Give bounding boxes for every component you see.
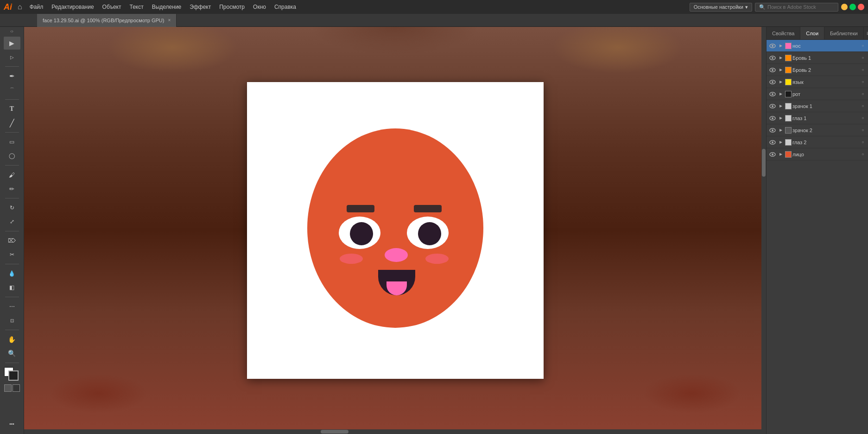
- pen-tool[interactable]: ✒: [4, 70, 20, 83]
- layer-lock-button[interactable]: ○: [860, 103, 866, 109]
- screen-mode-normal[interactable]: [4, 384, 12, 392]
- layer-visibility-toggle[interactable]: [768, 42, 777, 50]
- tab-layers[interactable]: Слои: [800, 27, 824, 39]
- search-box[interactable]: 🔍 Поиск в Adobe Stock: [755, 3, 838, 12]
- eyedropper-tool[interactable]: 💧: [4, 267, 20, 280]
- horizontal-scrollbar[interactable]: [24, 429, 766, 434]
- pencil-tool[interactable]: ✏: [4, 182, 20, 195]
- layer-expand-button[interactable]: ▶: [778, 91, 784, 97]
- fill-stroke-selector[interactable]: [4, 367, 20, 382]
- layer-name: зрачок 1: [792, 103, 859, 109]
- layer-lock-button[interactable]: ○: [860, 127, 866, 134]
- svg-point-9: [772, 93, 773, 95]
- layer-visibility-toggle[interactable]: [768, 138, 777, 147]
- screen-mode-full[interactable]: [13, 384, 20, 392]
- tab-libraries[interactable]: Библиотеки: [824, 27, 864, 39]
- menu-view[interactable]: Просмотр: [215, 3, 248, 11]
- layer-visibility-toggle[interactable]: [768, 66, 777, 74]
- maximize-button[interactable]: [849, 4, 856, 10]
- layer-name: нос: [792, 43, 859, 49]
- layer-row[interactable]: ▶ зрачок 2 ○: [767, 124, 868, 136]
- layer-visibility-toggle[interactable]: [768, 150, 777, 159]
- layer-lock-button[interactable]: ○: [860, 67, 866, 73]
- layer-expand-button[interactable]: ▶: [778, 43, 784, 49]
- menu-edit[interactable]: Редактирование: [48, 3, 97, 11]
- layer-lock-button[interactable]: ○: [860, 91, 866, 97]
- menu-select[interactable]: Выделение: [148, 3, 185, 11]
- layer-visibility-toggle[interactable]: [768, 102, 777, 110]
- layer-color-swatch: [785, 43, 792, 49]
- curvature-tool[interactable]: ⌒: [4, 83, 20, 96]
- layer-visibility-toggle[interactable]: [768, 78, 777, 86]
- svg-point-11: [772, 105, 773, 107]
- layer-row[interactable]: ▶ зрачок 1 ○: [767, 100, 868, 112]
- rectangle-tool[interactable]: ▭: [4, 135, 20, 148]
- layer-row[interactable]: ▶ нос ○: [767, 40, 868, 52]
- menu-window[interactable]: Окно: [249, 3, 270, 11]
- eyebrow-right: [414, 205, 442, 212]
- vertical-scrollbar-thumb[interactable]: [762, 149, 766, 177]
- layer-visibility-toggle[interactable]: [768, 114, 777, 122]
- layer-lock-button[interactable]: ○: [860, 151, 866, 158]
- layer-expand-button[interactable]: ▶: [778, 115, 784, 121]
- scissors-tool[interactable]: ✂: [4, 248, 20, 261]
- blend-tool[interactable]: ⋯: [4, 300, 20, 313]
- type-tool[interactable]: T: [4, 102, 20, 115]
- tab-properties[interactable]: Свойства: [767, 27, 800, 39]
- layer-lock-button[interactable]: ○: [860, 55, 866, 61]
- paintbrush-tool[interactable]: 🖌: [4, 168, 20, 181]
- menu-effect[interactable]: Эффект: [186, 3, 215, 11]
- document-tab-close[interactable]: ×: [168, 18, 171, 23]
- layer-visibility-toggle[interactable]: [768, 90, 777, 98]
- layer-row[interactable]: ▶ язык ○: [767, 76, 868, 88]
- layer-visibility-toggle[interactable]: [768, 54, 777, 62]
- menu-text[interactable]: Текст: [126, 3, 147, 11]
- layer-lock-button[interactable]: ○: [860, 43, 866, 49]
- layer-row[interactable]: ▶ Бровь 2 ○: [767, 64, 868, 76]
- layer-expand-button[interactable]: ▶: [778, 151, 784, 158]
- layer-expand-button[interactable]: ▶: [778, 127, 784, 134]
- layer-expand-button[interactable]: ▶: [778, 103, 784, 109]
- gradient-tool[interactable]: ◧: [4, 281, 20, 294]
- minimize-button[interactable]: [841, 4, 848, 10]
- more-tools-button[interactable]: •••: [4, 417, 20, 430]
- direct-selection-tool[interactable]: ▷: [4, 51, 20, 64]
- eraser-tool[interactable]: ⌦: [4, 234, 20, 247]
- canvas-area[interactable]: [24, 27, 766, 434]
- hand-tool[interactable]: ✋: [4, 333, 20, 346]
- layer-row[interactable]: ▶ глаз 1 ○: [767, 112, 868, 124]
- line-tool[interactable]: ╱: [4, 116, 20, 129]
- home-icon[interactable]: ⌂: [18, 3, 22, 11]
- layer-expand-button[interactable]: ▶: [778, 79, 784, 85]
- close-button[interactable]: [858, 4, 864, 10]
- titlebar: Ai ⌂ Файл Редактирование Объект Текст Вы…: [0, 0, 868, 14]
- workspace-selector[interactable]: Основные настройки ▾: [690, 3, 752, 12]
- layer-lock-button[interactable]: ○: [860, 79, 866, 85]
- horizontal-scrollbar-thumb[interactable]: [321, 430, 348, 434]
- layer-row[interactable]: ▶ глаз 2 ○: [767, 136, 868, 148]
- zoom-tool[interactable]: 🔍: [4, 347, 20, 360]
- titlebar-right: Основные настройки ▾ 🔍 Поиск в Adobe Sto…: [690, 3, 864, 12]
- ellipse-tool[interactable]: ◯: [4, 149, 20, 162]
- layer-visibility-toggle[interactable]: [768, 126, 777, 134]
- menu-help[interactable]: Справка: [271, 3, 300, 11]
- selection-tool[interactable]: ▶: [4, 37, 20, 50]
- rotate-tool[interactable]: ↻: [4, 201, 20, 214]
- toolbar-collapse[interactable]: ‹›: [10, 29, 13, 34]
- layer-lock-button[interactable]: ○: [860, 139, 866, 146]
- layer-row[interactable]: ▶ рот ○: [767, 88, 868, 100]
- layer-expand-button[interactable]: ▶: [778, 55, 784, 61]
- layer-row[interactable]: ▶ Бровь 1 ○: [767, 52, 868, 64]
- vertical-scrollbar[interactable]: [761, 27, 766, 434]
- scale-tool[interactable]: ⤢: [4, 215, 20, 228]
- menu-file[interactable]: Файл: [26, 3, 47, 11]
- layer-row[interactable]: ▶ лицо ○: [767, 148, 868, 160]
- layer-lock-button[interactable]: ○: [860, 115, 866, 121]
- menu-object[interactable]: Объект: [99, 3, 125, 11]
- document-tab[interactable]: face 13.29.50.ai @ 100% (RGB/Предпросмот…: [37, 14, 177, 27]
- panel-menu-button[interactable]: ≡: [864, 27, 868, 39]
- toolbar-separator-4: [5, 165, 19, 166]
- artboard-tool[interactable]: ⊡: [4, 314, 20, 327]
- layer-expand-button[interactable]: ▶: [778, 139, 784, 146]
- layer-expand-button[interactable]: ▶: [778, 67, 784, 73]
